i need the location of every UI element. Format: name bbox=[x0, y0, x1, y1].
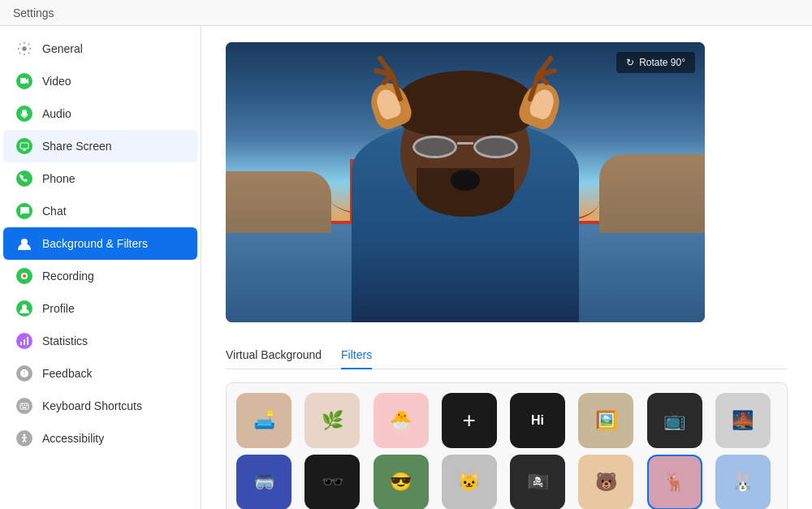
filter-item-bear[interactable]: 🐻 bbox=[578, 455, 633, 509]
tabs-container: Virtual Background Filters bbox=[226, 342, 788, 369]
svg-rect-11 bbox=[24, 339, 25, 345]
sidebar-label-audio: Audio bbox=[42, 107, 71, 120]
sidebar-label-keyboard-shortcuts: Keyboard Shortcuts bbox=[42, 399, 142, 412]
svg-rect-3 bbox=[20, 143, 28, 149]
sidebar-label-profile: Profile bbox=[42, 302, 75, 315]
filter-item-add[interactable]: + bbox=[442, 393, 497, 448]
filter-item-bridge[interactable]: 🌉 bbox=[715, 393, 771, 448]
sidebar-label-recording: Recording bbox=[42, 270, 94, 283]
tab-filters[interactable]: Filters bbox=[341, 342, 372, 369]
window-title: Settings bbox=[13, 6, 54, 19]
svg-rect-17 bbox=[23, 407, 27, 408]
general-icon bbox=[16, 41, 32, 57]
filter-item-cat[interactable]: 🐱 bbox=[442, 455, 497, 509]
rotate-icon: ↻ bbox=[626, 57, 634, 68]
filter-item-cool[interactable]: 😎 bbox=[374, 455, 429, 509]
tab-virtual-background[interactable]: Virtual Background bbox=[226, 342, 322, 369]
sidebar: General Video Audio bbox=[0, 26, 201, 509]
profile-icon bbox=[16, 300, 32, 317]
filter-item-pink[interactable]: 🐣 bbox=[374, 393, 429, 448]
sidebar-item-recording[interactable]: Recording bbox=[3, 260, 197, 292]
audio-icon bbox=[16, 106, 32, 122]
accessibility-icon bbox=[16, 430, 32, 446]
filter-item-hi[interactable]: Hi bbox=[510, 393, 565, 448]
sidebar-item-audio[interactable]: Audio bbox=[3, 97, 197, 130]
filter-item-3d-glasses[interactable]: 🕶️ bbox=[304, 455, 360, 509]
filter-item-bunny[interactable]: 🐰 bbox=[715, 455, 771, 509]
rotate-label: Rotate 90° bbox=[639, 57, 685, 68]
svg-point-18 bbox=[24, 434, 26, 437]
svg-rect-1 bbox=[20, 78, 26, 84]
svg-rect-16 bbox=[26, 405, 28, 407]
sidebar-item-statistics[interactable]: Statistics bbox=[3, 325, 197, 357]
svg-rect-10 bbox=[20, 342, 22, 345]
sidebar-label-feedback: Feedback bbox=[42, 367, 92, 380]
sidebar-item-profile[interactable]: Profile bbox=[3, 292, 197, 325]
background-filters-icon bbox=[16, 235, 32, 252]
sidebar-item-phone[interactable]: Phone bbox=[3, 162, 197, 195]
sidebar-label-accessibility: Accessibility bbox=[42, 432, 104, 445]
sidebar-item-background-filters[interactable]: Background & Filters bbox=[3, 227, 197, 260]
main-container: General Video Audio bbox=[0, 26, 812, 509]
sidebar-item-chat[interactable]: Chat bbox=[3, 195, 197, 227]
filters-grid-wrapper: 🛋️ 🌿 🐣 + Hi 🖼️ 📺 bbox=[226, 382, 788, 509]
filter-item-room2[interactable]: 🌿 bbox=[304, 393, 360, 448]
filter-item-pirate[interactable]: 🏴‍☠️ bbox=[510, 455, 565, 509]
filter-item-tv[interactable]: 📺 bbox=[647, 393, 702, 448]
sidebar-label-background-filters: Background & Filters bbox=[42, 237, 148, 250]
chat-icon bbox=[16, 203, 32, 219]
content-area: ↻ Rotate 90° Virtual Background Filters … bbox=[201, 26, 812, 509]
sidebar-item-share-screen[interactable]: Share Screen bbox=[3, 130, 197, 162]
svg-rect-15 bbox=[24, 405, 25, 407]
sidebar-item-feedback[interactable]: Feedback bbox=[3, 357, 197, 390]
svg-line-22 bbox=[24, 439, 26, 442]
statistics-icon bbox=[16, 333, 32, 349]
svg-point-0 bbox=[22, 46, 26, 50]
filter-item-vr[interactable]: 🥽 bbox=[236, 455, 292, 509]
sidebar-item-video[interactable]: Video bbox=[3, 65, 197, 97]
filter-item-frame[interactable]: 🖼️ bbox=[578, 393, 633, 448]
feedback-icon bbox=[16, 365, 32, 382]
tab-virtual-background-label: Virtual Background bbox=[226, 348, 322, 361]
keyboard-shortcuts-icon bbox=[16, 398, 32, 414]
sidebar-item-general[interactable]: General bbox=[3, 32, 197, 65]
sidebar-label-share-screen: Share Screen bbox=[42, 140, 112, 153]
share-screen-icon bbox=[16, 138, 32, 154]
sidebar-item-accessibility[interactable]: Accessibility bbox=[3, 422, 197, 455]
sidebar-label-chat: Chat bbox=[42, 205, 67, 218]
filters-grid: 🛋️ 🌿 🐣 + Hi 🖼️ 📺 bbox=[226, 382, 788, 509]
sidebar-label-general: General bbox=[42, 42, 83, 55]
tab-filters-label: Filters bbox=[341, 348, 372, 361]
video-preview: ↻ Rotate 90° bbox=[226, 42, 705, 322]
svg-rect-13 bbox=[20, 403, 28, 409]
phone-icon bbox=[16, 170, 32, 187]
video-icon bbox=[16, 73, 32, 89]
svg-point-8 bbox=[23, 274, 26, 278]
sidebar-label-phone: Phone bbox=[42, 172, 75, 185]
sidebar-item-keyboard-shortcuts[interactable]: Keyboard Shortcuts bbox=[3, 390, 197, 422]
svg-rect-12 bbox=[27, 337, 28, 345]
filter-item-room1[interactable]: 🛋️ bbox=[236, 393, 292, 448]
svg-rect-14 bbox=[22, 405, 24, 407]
sidebar-label-video: Video bbox=[42, 75, 71, 88]
title-bar: Settings bbox=[0, 0, 812, 26]
sidebar-label-statistics: Statistics bbox=[42, 334, 88, 347]
recording-icon bbox=[16, 268, 32, 284]
rotate-button[interactable]: ↻ Rotate 90° bbox=[616, 52, 695, 73]
filter-item-deer[interactable]: 🦌 bbox=[647, 455, 702, 509]
